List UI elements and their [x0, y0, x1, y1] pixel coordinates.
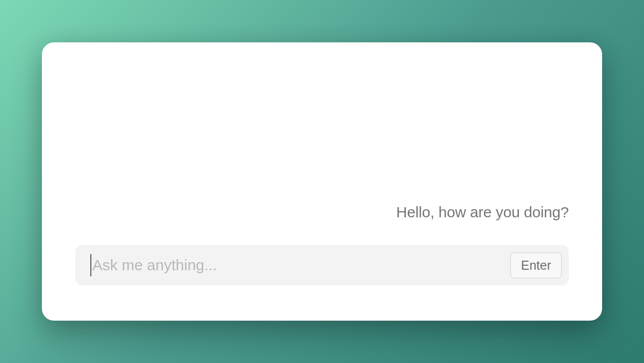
chat-window: Hello, how are you doing? Enter — [42, 42, 602, 321]
input-bar: Enter — [75, 245, 569, 285]
enter-button[interactable]: Enter — [510, 253, 562, 278]
user-message: Hello, how are you doing? — [396, 204, 569, 221]
chat-input[interactable] — [90, 254, 502, 276]
messages-area: Hello, how are you doing? — [75, 63, 569, 245]
